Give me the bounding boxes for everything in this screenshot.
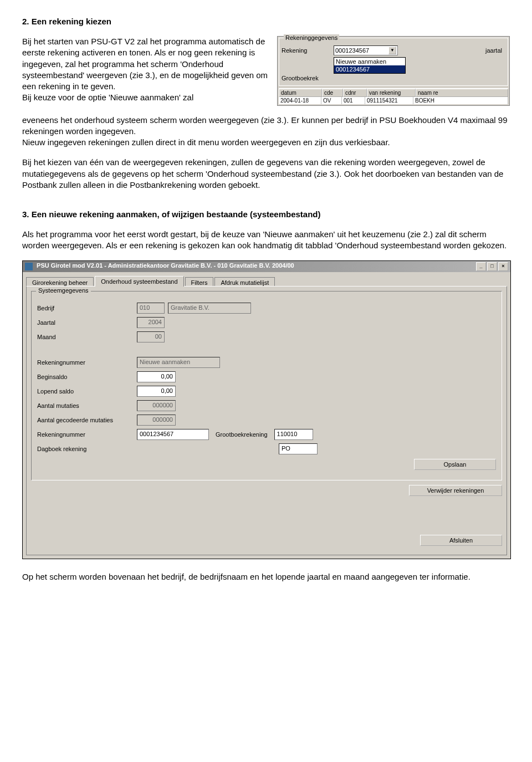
mini-select-value: 0001234567 bbox=[335, 47, 369, 54]
input-bedrijf-code: 010 bbox=[137, 303, 165, 314]
mini-tr-cde: OV bbox=[321, 97, 342, 104]
input-rekeningnummer: Nieuwe aanmaken bbox=[137, 357, 220, 368]
label-aantal-gecodeerde: Aantal gecodeerde mutaties bbox=[37, 417, 137, 423]
section3-heading: 3. Een nieuwe rekening aanmaken, of wijz… bbox=[22, 209, 510, 219]
input-bedrijf-naam: Gravitatie B.V. bbox=[168, 303, 251, 314]
input-aantal-mutaties: 000000 bbox=[137, 400, 176, 411]
input-jaartal: 2004 bbox=[137, 317, 165, 328]
section3-p1: Als het programma voor het eerst wordt g… bbox=[22, 229, 510, 252]
mini-th-cde: cde bbox=[322, 89, 343, 97]
input-grootboekrekening[interactable]: 110010 bbox=[274, 429, 313, 440]
label-rekeningnummer2: Rekeningnummer bbox=[37, 431, 137, 438]
section2-p1b: Bij keuze voor de optie 'Nieuwe aanmaken… bbox=[22, 93, 193, 102]
input-rekeningnummer2[interactable]: 0001234567 bbox=[137, 429, 209, 440]
titlebar: PSU Girotel mod V2.01 - Administratiekan… bbox=[23, 261, 510, 272]
footer-text: Op het scherm worden bovenaan het bedrij… bbox=[22, 571, 510, 582]
window-title: PSU Girotel mod V2.01 - Administratiekan… bbox=[37, 262, 294, 269]
mini-th-van: van rekening bbox=[367, 89, 416, 97]
mini-tr-van: 0911154321 bbox=[365, 97, 413, 104]
mini-th-datum: datum bbox=[279, 89, 322, 97]
input-maand: 00 bbox=[137, 331, 165, 342]
label-jaartal: Jaartal bbox=[37, 319, 137, 326]
label-bedrijf: Bedrijf bbox=[37, 305, 137, 311]
systeemgegevens-group: Bedrijf 010 Gravitatie B.V. Jaartal 2004… bbox=[31, 291, 502, 480]
label-dagboek: Dagboek rekening bbox=[37, 446, 137, 452]
input-dagboek[interactable]: PO bbox=[279, 443, 318, 454]
mini-th-naam: naam re bbox=[416, 89, 508, 97]
opslaan-button[interactable]: Opslaan bbox=[414, 459, 496, 470]
afsluiten-button[interactable]: Afsluiten bbox=[420, 535, 502, 546]
mini-tr-cdnr: 001 bbox=[342, 97, 365, 104]
section2-intro: Bij het starten van PSU-GT V2 zal het pr… bbox=[22, 36, 270, 104]
app-icon bbox=[25, 263, 33, 270]
mini-screenshot: Rekeninggegevens Rekening 0001234567 ▼ j… bbox=[277, 36, 510, 106]
mini-label-grootboek: Grootboekrek bbox=[282, 75, 331, 81]
dropdown-arrow-icon[interactable]: ▼ bbox=[388, 47, 396, 54]
mini-rekening-select[interactable]: 0001234567 ▼ bbox=[334, 45, 398, 55]
mini-tr-datum: 2004-01-18 bbox=[279, 97, 321, 104]
section2-p1a: Bij het starten van PSU-GT V2 zal het pr… bbox=[22, 37, 268, 91]
maximize-button[interactable]: □ bbox=[487, 262, 497, 271]
close-button[interactable]: × bbox=[498, 262, 508, 271]
verwijder-rekeningen-button[interactable]: Verwijder rekeningen bbox=[409, 485, 502, 496]
mini-dd-option-selected[interactable]: 0001234567 bbox=[334, 65, 405, 73]
label-maand: Maand bbox=[37, 334, 137, 340]
section2-p4: Bij het kiezen van één van de weergegeve… bbox=[22, 157, 510, 191]
mini-dropdown-list[interactable]: Nieuwe aanmaken 0001234567 bbox=[334, 57, 406, 74]
mini-tr-naam: BOEKH bbox=[413, 97, 508, 104]
mini-label-jaartal: jaartal bbox=[485, 47, 505, 54]
mini-table-header: datum cde cdnr van rekening naam re bbox=[279, 88, 508, 97]
mini-dd-option-nieuwe[interactable]: Nieuwe aanmaken bbox=[334, 58, 405, 65]
label-lopend-saldo: Lopend saldo bbox=[37, 388, 137, 395]
input-aantal-gecodeerde: 000000 bbox=[137, 415, 176, 426]
mini-group-title: Rekeninggegevens bbox=[284, 34, 339, 41]
mini-th-cdnr: cdnr bbox=[343, 89, 367, 97]
label-beginsaldo: Beginsaldo bbox=[37, 374, 137, 380]
label-grootboekrekening: Grootboekrekening bbox=[216, 431, 268, 438]
tab-onderhoud-systeembestand[interactable]: Onderhoud systeembestand bbox=[95, 276, 183, 287]
tab-body: Bedrijf 010 Gravitatie B.V. Jaartal 2004… bbox=[26, 286, 507, 555]
label-aantal-mutaties: Aantal mutaties bbox=[37, 402, 137, 409]
section2-p3: Nieuw ingegeven rekeningen zullen direct… bbox=[22, 137, 390, 147]
input-lopend-saldo[interactable]: 0,00 bbox=[137, 386, 176, 397]
input-beginsaldo[interactable]: 0,00 bbox=[137, 371, 176, 382]
tabs: Girorekening beheer Onderhoud systeembes… bbox=[26, 275, 507, 286]
section2-p2: eveneens het onderhoud systeem scherm wo… bbox=[22, 115, 510, 149]
label-rekeningnummer: Rekeningnummer bbox=[37, 359, 137, 366]
section2-p2a: eveneens het onderhoud systeem scherm wo… bbox=[22, 115, 508, 136]
minimize-button[interactable]: _ bbox=[476, 262, 486, 271]
app-window: PSU Girotel mod V2.01 - Administratiekan… bbox=[22, 260, 511, 559]
mini-label-rekening: Rekening bbox=[282, 47, 331, 54]
mini-table-row: 2004-01-18 OV 001 0911154321 BOEKH bbox=[279, 97, 508, 104]
section2-heading: 2. Een rekening kiezen bbox=[22, 17, 510, 26]
